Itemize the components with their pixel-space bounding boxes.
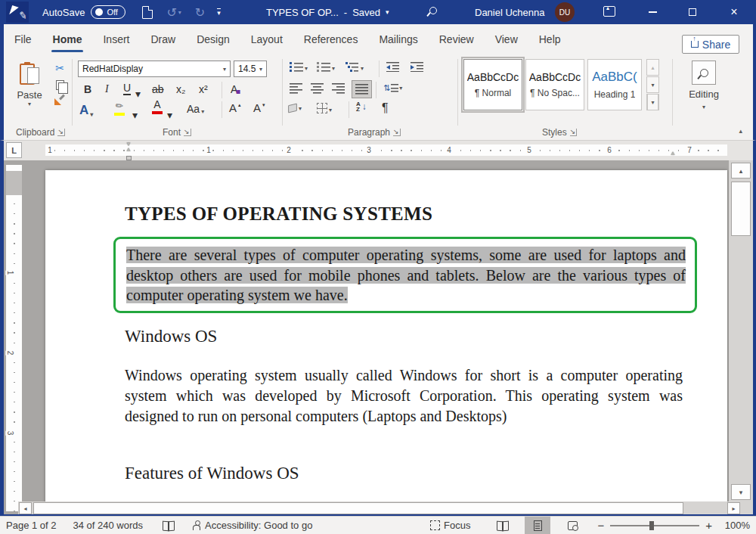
- sort-button[interactable]: AZ ↓: [356, 101, 367, 112]
- tab-help[interactable]: Help: [528, 24, 572, 54]
- font-color-dropdown-icon[interactable]: ▾: [167, 109, 172, 121]
- multilevel-list-button[interactable]: ▾: [345, 62, 364, 72]
- tab-draw[interactable]: Draw: [140, 24, 186, 54]
- tab-references[interactable]: References: [293, 24, 369, 54]
- font-dialog-launcher-icon[interactable]: ↘: [184, 129, 191, 136]
- superscript-button[interactable]: x²: [199, 83, 208, 95]
- subscript-button[interactable]: x₂: [176, 83, 185, 95]
- clipboard-dialog-launcher-icon[interactable]: ↘: [57, 129, 65, 136]
- left-indent-marker[interactable]: ▼▲: [125, 141, 132, 152]
- grow-font-button[interactable]: A▴: [229, 101, 241, 114]
- ribbon-display-options-icon[interactable]: [603, 6, 615, 17]
- change-case-button[interactable]: Aa▾: [187, 103, 204, 115]
- app-icon[interactable]: ✎: [6, 2, 29, 23]
- font-color-button[interactable]: A: [152, 100, 163, 114]
- doc-paragraph-windows[interactable]: Windows operating system usually called …: [125, 365, 683, 427]
- style-normal[interactable]: AaBbCcDc ¶ Normal: [463, 59, 522, 110]
- read-mode-button[interactable]: [490, 517, 516, 534]
- line-spacing-button[interactable]: ⇅▾: [383, 83, 402, 93]
- align-left-button[interactable]: [290, 83, 302, 94]
- title-dropdown-icon[interactable]: ▾: [386, 8, 389, 16]
- tab-selector[interactable]: L: [6, 142, 22, 158]
- word-count[interactable]: 34 of 240 words: [73, 520, 144, 531]
- font-family-select[interactable]: RedHatDisplay ▾: [78, 61, 231, 77]
- vertical-scroll-thumb[interactable]: [731, 182, 751, 236]
- align-right-button[interactable]: [332, 83, 345, 94]
- undo-dropdown-icon[interactable]: ▾: [178, 9, 181, 16]
- quick-access-more-icon[interactable]: ▾: [217, 8, 221, 16]
- redo-icon[interactable]: ↻: [195, 5, 205, 20]
- account-name[interactable]: Daniel Uchenna: [475, 0, 545, 24]
- borders-button[interactable]: ▾: [317, 103, 332, 113]
- italic-button[interactable]: I: [105, 83, 109, 95]
- share-button[interactable]: Share: [682, 35, 739, 54]
- increase-indent-button[interactable]: [411, 62, 423, 72]
- document-page[interactable]: TYPES OF OPERATING SYSTEMS There are sev…: [45, 170, 727, 516]
- search-icon[interactable]: [429, 7, 437, 14]
- format-painter-icon[interactable]: [54, 96, 65, 105]
- shading-button[interactable]: ▾: [288, 104, 302, 112]
- clear-formatting-button[interactable]: A◆: [231, 83, 241, 95]
- bullets-button[interactable]: ▾: [290, 62, 308, 72]
- minimize-button[interactable]: [635, 0, 670, 24]
- tab-design[interactable]: Design: [186, 24, 240, 54]
- scroll-down-button[interactable]: ▾: [731, 484, 751, 500]
- paste-button[interactable]: Paste ▾: [10, 61, 49, 124]
- decrease-indent-button[interactable]: [386, 62, 399, 72]
- editing-button[interactable]: Editing ▾: [683, 61, 725, 110]
- highlight-dropdown-icon[interactable]: ▾: [132, 109, 138, 121]
- tab-layout[interactable]: Layout: [240, 24, 293, 54]
- tab-review[interactable]: Review: [429, 24, 485, 54]
- cut-icon[interactable]: ✂: [55, 62, 64, 74]
- accessibility-status[interactable]: Accessibility: Good to go: [193, 520, 312, 531]
- tab-file[interactable]: File: [4, 24, 42, 54]
- scroll-up-button[interactable]: ▴: [731, 163, 751, 179]
- paragraph-dialog-launcher-icon[interactable]: ↘: [393, 129, 401, 136]
- zoom-level[interactable]: 100%: [720, 520, 750, 531]
- scroll-right-button[interactable]: ▸: [727, 502, 740, 514]
- proofing-icon[interactable]: [163, 521, 175, 529]
- scroll-left-button[interactable]: ◂: [19, 502, 32, 514]
- numbering-button[interactable]: ▾: [317, 62, 335, 72]
- right-indent-marker[interactable]: ▲: [670, 151, 676, 156]
- styles-scroll-down-icon[interactable]: ▾: [646, 76, 659, 93]
- show-hide-pilcrow-button[interactable]: ¶: [382, 101, 389, 115]
- justify-button[interactable]: [352, 80, 372, 98]
- style-heading1[interactable]: AaBbC( Heading 1: [587, 59, 642, 110]
- zoom-slider-thumb[interactable]: [649, 521, 654, 530]
- tab-mailings[interactable]: Mailings: [368, 24, 428, 54]
- page-indicator[interactable]: Page 1 of 2: [6, 520, 57, 531]
- collapse-ribbon-icon[interactable]: ▴: [739, 127, 742, 135]
- zoom-slider[interactable]: [610, 525, 699, 526]
- tab-home[interactable]: Home: [42, 24, 93, 54]
- undo-icon[interactable]: ↺: [166, 5, 176, 20]
- close-button[interactable]: ×: [717, 0, 751, 24]
- web-layout-button[interactable]: [559, 517, 585, 534]
- strikethrough-button[interactable]: ab: [152, 83, 164, 95]
- text-effects-button[interactable]: A▾: [79, 103, 93, 118]
- highlighted-paragraph[interactable]: There are several types of computer oper…: [126, 245, 686, 306]
- vertical-scrollbar[interactable]: ▴ ▾: [729, 160, 753, 516]
- underline-button[interactable]: U: [123, 82, 131, 95]
- avatar[interactable]: DU: [555, 2, 575, 22]
- horizontal-scroll-thumb[interactable]: [33, 502, 683, 514]
- maximize-button[interactable]: [675, 0, 710, 24]
- styles-dialog-launcher-icon[interactable]: ↘: [570, 129, 578, 136]
- tab-view[interactable]: View: [485, 24, 528, 54]
- underline-dropdown-icon[interactable]: ▾: [135, 88, 141, 100]
- highlight-color-button[interactable]: ✎: [114, 101, 125, 116]
- styles-scroll-up-icon[interactable]: ▴: [646, 59, 659, 76]
- bold-button[interactable]: B: [84, 83, 91, 95]
- save-icon[interactable]: [142, 6, 153, 19]
- document-title-area[interactable]: TYPES OF OP... - Saved ▾: [266, 0, 389, 24]
- tab-insert[interactable]: Insert: [92, 24, 140, 54]
- shrink-font-button[interactable]: A▾: [253, 101, 265, 114]
- style-no-spacing[interactable]: AaBbCcDc ¶ No Spac...: [525, 59, 584, 110]
- focus-mode-button[interactable]: Focus: [430, 520, 470, 531]
- align-center-button[interactable]: [311, 83, 324, 94]
- font-size-select[interactable]: 14.5 ▾: [234, 61, 267, 77]
- print-layout-button[interactable]: [525, 517, 550, 534]
- zoom-out-button[interactable]: −: [597, 519, 604, 532]
- zoom-in-button[interactable]: +: [705, 519, 712, 532]
- copy-icon[interactable]: [56, 80, 64, 90]
